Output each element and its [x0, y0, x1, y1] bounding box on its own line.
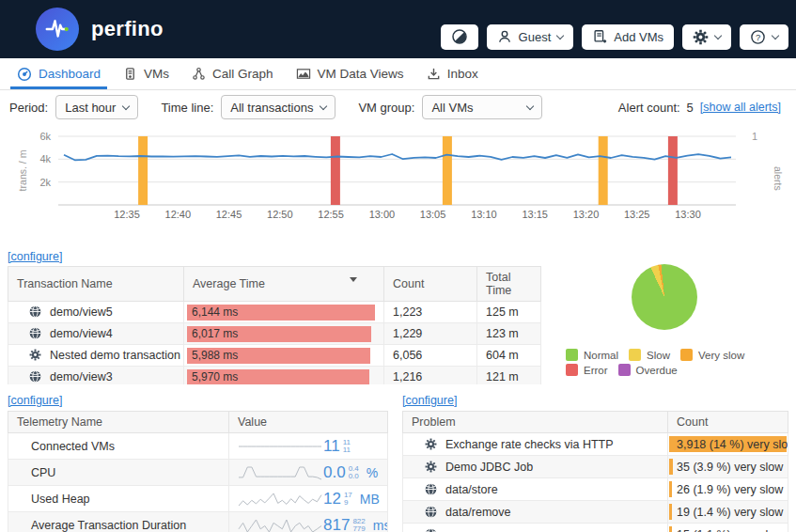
transaction-row[interactable]: demo/view56,144 ms1,223125 m: [8, 302, 541, 323]
configure-telemetry-link[interactable]: [configure]: [8, 394, 62, 407]
configure-transactions-link[interactable]: [configure]: [8, 250, 62, 263]
problem-count-bar: [669, 504, 672, 520]
transaction-count: 1,216: [384, 367, 477, 385]
telemetry-current-value: 11: [323, 437, 340, 456]
col-problem-count[interactable]: Count: [668, 412, 788, 433]
transaction-row[interactable]: demo/view35,970 ms1,216121 m: [8, 367, 541, 385]
problems-table: Problem Count Exchange rate checks via H…: [402, 411, 788, 532]
legend-swatch: [680, 349, 693, 361]
legend-item-error: Error: [566, 364, 608, 376]
svg-text:1: 1: [752, 131, 757, 142]
telemetry-row[interactable]: CPU0.00.40.0%: [8, 460, 388, 486]
globe-icon: [425, 528, 437, 532]
theme-toggle-button[interactable]: [441, 24, 478, 50]
tab-vms[interactable]: VMs: [112, 58, 180, 89]
sparkline-chart: [237, 516, 323, 532]
help-icon: ?: [750, 29, 766, 45]
svg-text:13:10: 13:10: [471, 209, 497, 220]
svg-text:alerts: alerts: [773, 166, 784, 191]
tab-label: Dashboard: [39, 67, 101, 81]
col-total-time[interactable]: Total Time: [477, 267, 541, 302]
transaction-row[interactable]: demo/view46,017 ms1,229123 m: [8, 323, 541, 345]
col-transaction-name[interactable]: Transaction Name: [8, 267, 184, 302]
transaction-total-time: 125 m: [477, 302, 541, 323]
transaction-name: Nested demo transaction: [50, 349, 180, 362]
transaction-row[interactable]: Nested demo transaction5,988 ms6,056604 …: [8, 345, 541, 367]
telemetry-unit: ms: [373, 518, 388, 532]
problem-row[interactable]: Demo JDBC Job35 (3.9 %) very slow: [403, 456, 788, 478]
problem-name: Exchange rate checks via HTTP: [445, 438, 614, 451]
sparkline-chart: [237, 437, 323, 456]
transactions-timeline-chart[interactable]: 6k4k2ktrans. / m12:3512:4012:4512:5012:5…: [0, 124, 796, 231]
legend-label: Overdue: [636, 365, 678, 376]
col-telemetry-name[interactable]: Telemetry Name: [8, 412, 229, 433]
legend-swatch: [566, 349, 578, 361]
timeline-label: Time line:: [161, 101, 213, 115]
problem-row[interactable]: 15 (1.1 %) very slow: [403, 524, 788, 532]
telemetry-row[interactable]: Average Transaction Duration817822779ms: [8, 512, 388, 532]
user-menu-button[interactable]: Guest: [487, 24, 574, 50]
transactions-table-container: Transaction Name Average Time Count Tota…: [8, 266, 542, 384]
tab-call-graph[interactable]: Call Graph: [180, 58, 285, 89]
problem-count-bar: [669, 459, 673, 475]
col-count[interactable]: Count: [384, 267, 477, 302]
legend-item-normal: Normal: [566, 349, 618, 361]
chevron-down-icon: [526, 102, 534, 109]
col-average-time[interactable]: Average Time: [184, 267, 384, 302]
transaction-count: 6,056: [384, 345, 477, 367]
show-all-alerts-link[interactable]: [show all alerts]: [700, 101, 781, 114]
settings-button[interactable]: [682, 24, 731, 50]
legend-label: Very slow: [698, 350, 744, 361]
telemetry-row[interactable]: Used Heap12179MB: [8, 486, 388, 512]
pie-legend: NormalSlowVery slowErrorOverdue: [566, 349, 787, 376]
problem-row[interactable]: data/store26 (1.9 %) very slow: [403, 478, 788, 501]
legend-label: Error: [584, 365, 608, 376]
tab-label: VM Data Views: [318, 67, 404, 81]
problem-row[interactable]: Exchange rate checks via HTTP3,918 (14 %…: [403, 433, 788, 456]
svg-text:12:40: 12:40: [165, 209, 192, 220]
legend-item-overdue: Overdue: [618, 364, 678, 376]
col-problem[interactable]: Problem: [403, 412, 668, 433]
period-select[interactable]: Last hour: [55, 95, 138, 119]
svg-text:13:25: 13:25: [624, 209, 650, 220]
vm-group-select[interactable]: All VMs: [422, 95, 542, 119]
globe-icon: [29, 370, 41, 383]
dashboard-icon: [17, 67, 32, 82]
telemetry-table-container: Telemetry Name Value Connected VMs111111…: [8, 411, 389, 532]
svg-text:13:05: 13:05: [420, 209, 446, 220]
problem-count-bar: [669, 526, 672, 532]
problem-name: data/remove: [445, 506, 510, 519]
tab-dashboard[interactable]: Dashboard: [6, 58, 112, 89]
problems-table-container: Problem Count Exchange rate checks via H…: [402, 411, 789, 532]
tab-vm-data-views[interactable]: VM Data Views: [285, 58, 415, 89]
globe-icon: [425, 483, 437, 495]
gear-icon: [425, 438, 437, 450]
average-time-bar: 5,970 ms: [187, 369, 369, 385]
tab-inbox[interactable]: Inbox: [415, 58, 490, 89]
perfino-dashboard: perfino Guest: [0, 0, 796, 532]
chevron-down-icon: [772, 31, 779, 39]
tab-label: Inbox: [447, 67, 478, 81]
globe-icon: [29, 305, 41, 318]
chart-icon: [296, 67, 311, 81]
gear-icon: [693, 29, 709, 45]
svg-text:4k: 4k: [39, 153, 51, 164]
timeline-select[interactable]: All transactions: [221, 95, 336, 119]
chevron-down-icon: [320, 102, 327, 109]
gear-icon: [425, 461, 437, 473]
configure-problems-link[interactable]: [configure]: [402, 394, 457, 407]
telemetry-header-row: Telemetry Name Value: [8, 412, 388, 433]
telemetry-min-max: 1111: [343, 439, 351, 454]
help-button[interactable]: ?: [740, 24, 788, 50]
timeline-value: All transactions: [230, 101, 313, 115]
sparkline-chart: [237, 463, 323, 482]
add-vms-button[interactable]: Add VMs: [582, 24, 674, 50]
telemetry-name: Average Transaction Duration: [8, 512, 229, 532]
inbox-download-icon: [427, 67, 441, 81]
problem-row[interactable]: data/remove19 (1.4 %) very slow: [403, 501, 788, 524]
svg-text:13:30: 13:30: [675, 209, 701, 220]
chevron-down-icon: [122, 102, 130, 109]
col-telemetry-value[interactable]: Value: [229, 412, 388, 433]
telemetry-row[interactable]: Connected VMs111111: [8, 433, 388, 460]
average-time-bar: 6,017 ms: [187, 326, 371, 342]
